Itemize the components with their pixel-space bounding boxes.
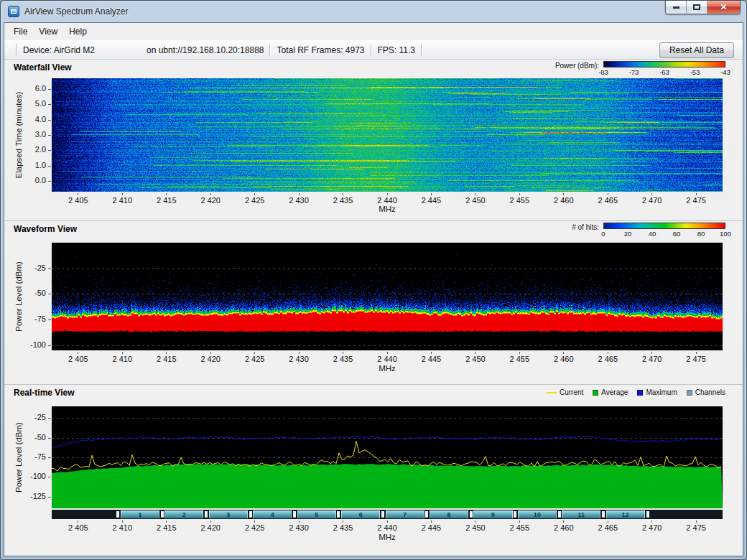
x-axis-tick: 2 440	[370, 352, 404, 363]
y-axis-tick: -50	[4, 289, 46, 297]
legend-swatch-average	[593, 390, 598, 396]
maximize-icon	[693, 4, 700, 10]
device-status: Device: AirGrid M2	[23, 45, 147, 55]
x-axis-tick: 2 425	[238, 193, 272, 205]
x-axis-tick: 2 405	[61, 521, 96, 532]
legend-item-current: Current	[547, 388, 583, 396]
waterfall-title: Waterfall View	[14, 62, 72, 73]
legend-tick-label: -53	[690, 68, 700, 76]
x-axis-tick: 2 445	[414, 352, 448, 363]
y-axis-tick-mark	[48, 166, 51, 167]
x-axis-tick: 2 430	[282, 521, 316, 532]
x-axis-tick: 2 435	[326, 521, 361, 532]
x-axis-tick: 2 470	[635, 352, 669, 363]
y-axis-tick: -125	[4, 492, 46, 500]
waveform-title: Waveform View	[14, 224, 77, 234]
fps-status: FPS: 11.3	[378, 45, 415, 55]
y-axis-tick: -75	[4, 314, 46, 323]
x-axis-tick: 2 430	[282, 193, 316, 205]
x-axis-tick: 2 435	[326, 193, 361, 205]
realtime-x-axis-unit: MHz	[379, 533, 396, 541]
toolbar-separator	[421, 44, 422, 56]
x-axis-tick: 2 410	[105, 521, 139, 532]
x-axis-tick: 2 425	[238, 352, 272, 363]
waterfall-x-axis-unit: MHz	[379, 205, 396, 213]
x-axis-tick: 2 475	[679, 352, 713, 363]
close-icon: ✕	[720, 3, 727, 11]
app-icon-glyph	[11, 9, 17, 14]
legend-swatch-maximum	[637, 390, 643, 396]
minimize-icon	[673, 6, 679, 9]
wifi-channels-bar	[52, 510, 723, 519]
legend-tick-label: 0	[601, 230, 605, 238]
y-axis-tick: -100	[4, 340, 46, 349]
x-axis-tick: 2 445	[414, 193, 448, 205]
legend-tick-label: -43	[720, 68, 730, 76]
legend-label: Current	[560, 388, 583, 396]
x-axis-tick: 2 440	[370, 193, 404, 205]
y-axis-tick-mark	[48, 120, 51, 121]
legend-tick-label: -63	[659, 68, 669, 76]
x-axis-tick: 2 470	[635, 521, 669, 532]
legend-label: Maximum	[646, 388, 677, 396]
waterfall-heatmap	[52, 78, 723, 192]
y-axis-tick-mark	[48, 181, 51, 182]
x-axis-tick: 2 460	[547, 193, 581, 205]
x-axis-tick: 2 420	[193, 193, 228, 205]
toolbar-separator	[269, 44, 271, 56]
y-axis-tick: -25	[4, 263, 46, 272]
reset-all-data-button[interactable]: Reset All Data	[659, 42, 734, 58]
x-axis-tick: 2 460	[547, 521, 581, 532]
y-axis-tick: 1.0	[4, 161, 46, 169]
x-axis-tick: 2 415	[149, 521, 184, 532]
waterfall-legend-label: Power (dBm):	[555, 62, 599, 70]
y-axis-tick-mark	[48, 150, 51, 151]
y-axis-tick: -50	[4, 433, 46, 442]
y-axis-tick: 6.0	[4, 84, 46, 93]
client-area: File View Help Device: AirGrid M2 on ubn…	[4, 22, 743, 556]
y-axis-tick: 2.0	[4, 145, 46, 154]
titlebar[interactable]: AirView Spectrum Analyzer ✕	[1, 1, 746, 22]
y-axis-tick: 5.0	[4, 99, 46, 108]
x-axis-tick: 2 465	[590, 352, 625, 363]
x-axis-tick: 2 410	[105, 193, 139, 205]
menu-view[interactable]: View	[33, 24, 63, 39]
x-axis-tick: 2 465	[590, 521, 625, 532]
x-axis-tick: 2 420	[193, 521, 228, 532]
legend-tick-label: 100	[720, 230, 731, 238]
menu-help[interactable]: Help	[63, 24, 93, 39]
x-axis-tick: 2 415	[149, 193, 184, 205]
legend-item-average: Average	[593, 388, 628, 396]
legend-item-maximum: Maximum	[637, 388, 677, 396]
maximize-button[interactable]	[687, 1, 707, 14]
x-axis-tick: 2 455	[502, 352, 537, 363]
waveform-panel: Waveform View # of hits: 020406080100 Po…	[4, 220, 743, 384]
y-axis-tick-mark	[48, 418, 51, 419]
x-axis-tick: 2 460	[547, 352, 581, 363]
x-axis-tick: 2 405	[61, 193, 96, 205]
hits-colormap-ticks: 020406080100	[603, 229, 725, 237]
x-axis-tick: 2 455	[502, 521, 537, 532]
x-axis-tick: 2 445	[414, 521, 448, 532]
y-axis-tick-mark	[48, 457, 51, 458]
x-axis-tick: 2 415	[149, 352, 184, 363]
x-axis-tick: 2 410	[105, 352, 139, 363]
minimize-button[interactable]	[666, 1, 687, 14]
legend-tick-label: 20	[624, 230, 632, 238]
window-title: AirView Spectrum Analyzer	[24, 6, 129, 17]
realtime-legend: CurrentAverageMaximumChannels	[547, 388, 725, 396]
legend-tick-label: 60	[673, 230, 681, 238]
legend-label: Channels	[695, 388, 725, 396]
menubar: File View Help	[4, 23, 743, 40]
x-axis-tick: 2 450	[458, 193, 493, 205]
y-axis-tick-mark	[48, 319, 51, 320]
menu-file[interactable]: File	[8, 24, 33, 39]
y-axis-tick-mark	[48, 89, 51, 90]
toolbar-separator	[16, 44, 17, 56]
realtime-panel: Real-time View CurrentAverageMaximumChan…	[4, 384, 743, 559]
waveform-legend-label: # of hits:	[572, 223, 599, 231]
legend-tick-label: 80	[697, 230, 705, 238]
x-axis-tick: 2 420	[193, 352, 228, 363]
app-icon[interactable]	[8, 6, 19, 17]
close-button[interactable]: ✕	[707, 1, 740, 14]
